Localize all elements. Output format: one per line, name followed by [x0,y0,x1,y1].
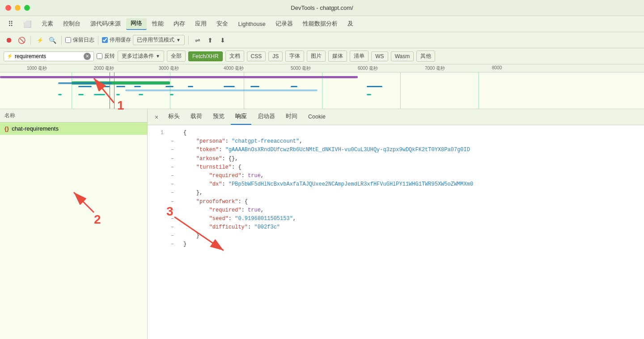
left-panel: 名称 {} chat-requirements [0,109,148,339]
filter-input[interactable] [15,53,82,59]
tab-performance[interactable]: 性能 [148,18,168,30]
filter-img-button[interactable]: 图片 [307,51,326,62]
tab-recorder[interactable]: 记录器 [271,18,297,30]
vline-green-3 [244,72,244,109]
invert-text: 反转 [104,52,115,60]
tab-timing[interactable]: 时间 [281,109,302,125]
download-icon[interactable]: ⬇ [217,35,228,46]
more-filters-chevron: ▼ [156,54,160,59]
list-item[interactable]: {} chat-requirements [0,123,147,135]
tab-initiator[interactable]: 启动器 [253,109,280,125]
tab-cookie[interactable]: Cookie [304,109,330,125]
upload-icon[interactable]: ⬆ [205,35,216,46]
json-icon: {} [4,125,9,132]
filter-manifest-button[interactable]: 清单 [350,51,369,62]
invert-checkbox[interactable] [97,53,102,59]
filter-doc-button[interactable]: 文档 [225,51,244,62]
name-column-header: 名称 [4,112,15,119]
tab-security[interactable]: 安全 [212,18,233,30]
track-teal-2 [78,94,84,95]
track-teal-3 [94,94,105,95]
tab-network[interactable]: 网络 [126,18,147,30]
filter-bar: ⚡ ✕ 反转 更多过滤条件 ▼ 全部 Fetch/XHR 文档 CSS JS 字… [0,48,644,64]
response-line-3: – "token": "gAAAABnOsXRndDUfcwzRb6UcNMtE… [155,146,637,154]
timeline-ruler: 1000 毫秒 2000 毫秒 3000 毫秒 4000 毫秒 5000 毫秒 … [0,64,644,72]
track-blue-10 [291,86,297,87]
divider-1 [30,36,31,45]
minimize-button[interactable] [15,5,21,11]
tab-inspect[interactable]: ⠿ [4,18,18,30]
traffic-lights [5,5,30,11]
tab-headers[interactable]: 标头 [164,109,184,125]
track-blue-8 [224,86,235,87]
preserve-log-label[interactable]: 保留日志 [65,36,94,44]
track-blue-7 [188,86,193,87]
tab-lighthouse[interactable]: Lighthouse [233,18,270,30]
filter-fetch-xhr-button[interactable]: Fetch/XHR [188,51,223,61]
tab-response[interactable]: 响应 [231,109,251,125]
response-content[interactable]: 1 { – "persona": "chatgpt-freeaccount", … [148,125,644,339]
close-button[interactable] [5,5,11,11]
ruler-mark-6000: 6000 毫秒 [358,65,378,72]
track-teal-4 [116,94,120,95]
throttle-dropdown[interactable]: 已停用节流模式 ▼ [133,35,185,45]
disable-cache-label[interactable]: 停用缓存 [102,36,131,44]
response-line-8: – }, [155,189,637,197]
tab-sources[interactable]: 源代码/来源 [86,18,125,30]
maximize-button[interactable] [24,5,30,11]
invert-label[interactable]: 反转 [97,52,115,60]
filter-icon[interactable]: ⚡ [34,35,45,46]
ruler-mark-5000: 5000 毫秒 [291,65,311,72]
track-teal-7 [367,94,371,95]
search-icon[interactable]: 🔍 [47,35,58,46]
filter-ws-button[interactable]: WS [371,51,388,61]
app-wrapper: DevTools - chatgpt.com/ ⠿ ⬜ 元素 控制台 源代码/来… [0,0,644,339]
response-line-12: – "difficulty": "002f3c" [155,223,637,232]
right-panel: × 标头 载荷 预览 响应 启动器 时间 Cookie 1 { – [148,109,644,339]
filter-media-button[interactable]: 媒体 [328,51,347,62]
timeline-area: 1000 毫秒 2000 毫秒 3000 毫秒 4000 毫秒 5000 毫秒 … [0,64,644,109]
disable-cache-checkbox[interactable] [102,37,108,43]
response-line-4: – "arkose": {}, [155,155,637,163]
more-filters-button[interactable]: 更多过滤条件 ▼ [118,51,164,62]
stop-recording-button[interactable]: ⏺ [4,35,14,46]
tab-perf-insights[interactable]: 性能数据分析 [298,18,342,30]
track-teal-1 [58,94,62,95]
track-teal-5 [139,94,143,95]
filter-all-button[interactable]: 全部 [167,51,186,62]
tab-device[interactable]: ⬜ [19,18,36,30]
vline-green-1 [72,72,72,109]
filter-font-button[interactable]: 字体 [285,51,304,62]
tab-memory[interactable]: 内存 [169,18,190,30]
tab-more[interactable]: 及 [343,18,358,30]
ruler-mark-3000: 3000 毫秒 [159,65,179,72]
track-light-blue [125,89,318,91]
clear-button[interactable]: 🚫 [16,35,27,46]
filter-js-button[interactable]: JS [268,51,283,61]
clear-filter-button[interactable]: ✕ [84,53,91,60]
response-line-6: – "required": true, [155,172,637,180]
close-detail-button[interactable]: × [151,112,162,123]
track-blue-11 [367,86,382,87]
tab-preview[interactable]: 预览 [208,109,229,125]
filter-other-button[interactable]: 其他 [416,51,435,62]
vline-green-5 [400,72,401,109]
title-bar: DevTools - chatgpt.com/ [0,0,644,16]
tab-payload[interactable]: 载荷 [186,109,207,125]
more-filters-text: 更多过滤条件 [122,52,154,60]
vline-red [114,72,114,109]
tab-console[interactable]: 控制台 [59,18,85,30]
response-line-10: – "required": true, [155,206,637,215]
filter-input-wrap: ⚡ ✕ [4,51,94,61]
preserve-log-checkbox[interactable] [65,37,71,43]
list-item-name: chat-requirements [12,125,59,132]
ruler-mark-1000: 1000 毫秒 [27,65,47,72]
filter-wasm-button[interactable]: Wasm [391,51,414,61]
response-line-14: – } [155,240,637,249]
wifi-icon[interactable]: ⇌ [192,35,203,46]
track-blue-3 [98,86,110,87]
tab-application[interactable]: 应用 [191,18,211,30]
tab-elements[interactable]: 元素 [37,18,58,30]
track-blue-9 [250,86,259,87]
filter-css-button[interactable]: CSS [247,51,266,61]
